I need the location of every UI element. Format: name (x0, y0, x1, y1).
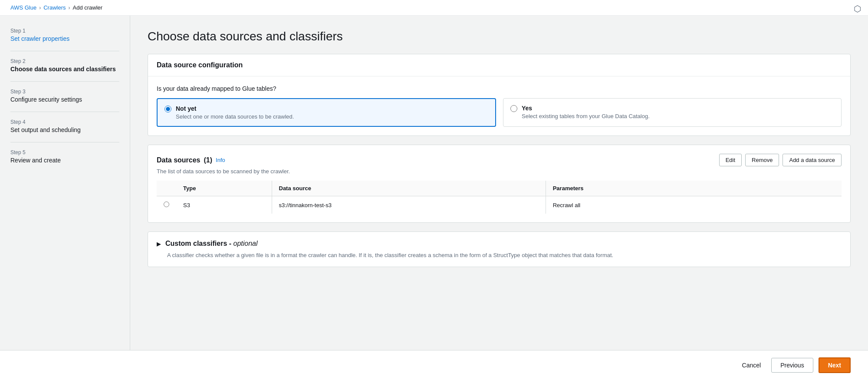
th-select (157, 181, 176, 196)
sidebar-item-step2: Step 2 Choose data sources and classifie… (10, 58, 119, 82)
page-title: Choose data sources and classifiers (148, 30, 851, 43)
data-sources-info-link[interactable]: Info (216, 157, 225, 163)
th-datasource: Data source (272, 181, 546, 196)
table-header-row: Type Data source Parameters (157, 181, 842, 196)
radio-yes-desc: Select existing tables from your Glue Da… (522, 113, 650, 119)
expand-icon[interactable]: ▶ (157, 241, 161, 247)
classifiers-title-group: Custom classifiers - optional (165, 240, 258, 248)
step5-title: Review and create (10, 157, 61, 164)
remove-button[interactable]: Remove (745, 154, 779, 166)
breadcrumb: AWS Glue › Crawlers › Add crawler (0, 0, 868, 16)
data-sources-table: Type Data source Parameters S3 s3://tinn… (157, 181, 842, 214)
main-content: Choose data sources and classifiers Data… (130, 16, 868, 350)
radio-not-yet-title: Not yet (176, 105, 294, 112)
add-data-source-button[interactable]: Add a data source (783, 154, 842, 166)
previous-button[interactable]: Previous (771, 358, 813, 373)
data-source-config-body: Is your data already mapped to Glue tabl… (148, 76, 850, 135)
breadcrumb-sep-1: › (39, 5, 41, 11)
radio-yes-input[interactable] (510, 105, 517, 112)
data-sources-card: Data sources (1) Info Edit Remove Add a … (148, 145, 851, 223)
radio-not-yet-input[interactable] (164, 106, 171, 112)
radio-options-group: Not yet Select one or more data sources … (157, 98, 842, 127)
data-sources-count: (1) (204, 156, 213, 164)
top-right-icon: ⬡ (854, 3, 861, 14)
cancel-button[interactable]: Cancel (737, 358, 766, 372)
row-radio[interactable] (164, 202, 169, 207)
sidebar-item-step5: Step 5 Review and create (10, 149, 119, 172)
step4-label: Step 4 (10, 119, 119, 125)
data-sources-title-group: Data sources (1) Info (157, 156, 225, 164)
data-sources-title: Data sources (157, 156, 201, 164)
radio-option-not-yet[interactable]: Not yet Select one or more data sources … (157, 98, 496, 127)
next-button[interactable]: Next (819, 357, 851, 373)
data-source-config-header: Data source configuration (148, 54, 850, 76)
sidebar-item-step3: Step 3 Configure security settings (10, 89, 119, 112)
table-row: S3 s3://tinnakorn-test-s3 Recrawl all (157, 196, 842, 214)
footer: Cancel Previous Next (0, 350, 868, 380)
row-type-cell: S3 (176, 196, 272, 214)
step4-title: Set output and scheduling (10, 126, 81, 133)
radio-yes-title: Yes (522, 105, 650, 112)
mapping-question: Is your data already mapped to Glue tabl… (157, 85, 842, 92)
sidebar: Step 1 Set crawler properties Step 2 Cho… (0, 16, 130, 350)
sidebar-item-step4: Step 4 Set output and scheduling (10, 119, 119, 142)
th-type: Type (176, 181, 272, 196)
classifiers-title: Custom classifiers - optional (165, 240, 258, 247)
sidebar-item-step1: Step 1 Set crawler properties (10, 28, 119, 51)
row-parameters-cell: Recrawl all (546, 196, 842, 214)
breadcrumb-add-crawler: Add crawler (73, 4, 103, 11)
data-sources-body: Data sources (1) Info Edit Remove Add a … (148, 145, 850, 222)
radio-not-yet-desc: Select one or more data sources to be cr… (176, 113, 294, 120)
breadcrumb-sep-2: › (69, 5, 70, 11)
row-datasource-cell: s3://tinnakorn-test-s3 (272, 196, 546, 214)
step2-label: Step 2 (10, 58, 119, 64)
step5-label: Step 5 (10, 149, 119, 155)
data-sources-buttons: Edit Remove Add a data source (719, 154, 842, 166)
step3-label: Step 3 (10, 89, 119, 95)
edit-button[interactable]: Edit (719, 154, 742, 166)
data-sources-desc: The list of data sources to be scanned b… (157, 168, 842, 175)
breadcrumb-crawlers[interactable]: Crawlers (43, 4, 66, 11)
data-sources-header-row: Data sources (1) Info Edit Remove Add a … (157, 154, 842, 166)
step2-title: Choose data sources and classifiers (10, 66, 116, 73)
data-source-config-card: Data source configuration Is your data a… (148, 54, 851, 136)
th-parameters: Parameters (546, 181, 842, 196)
step3-title: Configure security settings (10, 96, 82, 103)
row-select-cell[interactable] (157, 196, 176, 214)
breadcrumb-aws-glue[interactable]: AWS Glue (10, 4, 36, 11)
classifiers-header: ▶ Custom classifiers - optional (148, 232, 850, 251)
table-body: S3 s3://tinnakorn-test-s3 Recrawl all (157, 196, 842, 214)
table-head: Type Data source Parameters (157, 181, 842, 196)
custom-classifiers-card: ▶ Custom classifiers - optional A classi… (148, 231, 851, 267)
radio-option-yes[interactable]: Yes Select existing tables from your Glu… (503, 98, 842, 127)
step1-label: Step 1 (10, 28, 119, 34)
step1-title[interactable]: Set crawler properties (10, 35, 69, 42)
classifiers-desc: A classifier checks whether a given file… (148, 251, 850, 267)
